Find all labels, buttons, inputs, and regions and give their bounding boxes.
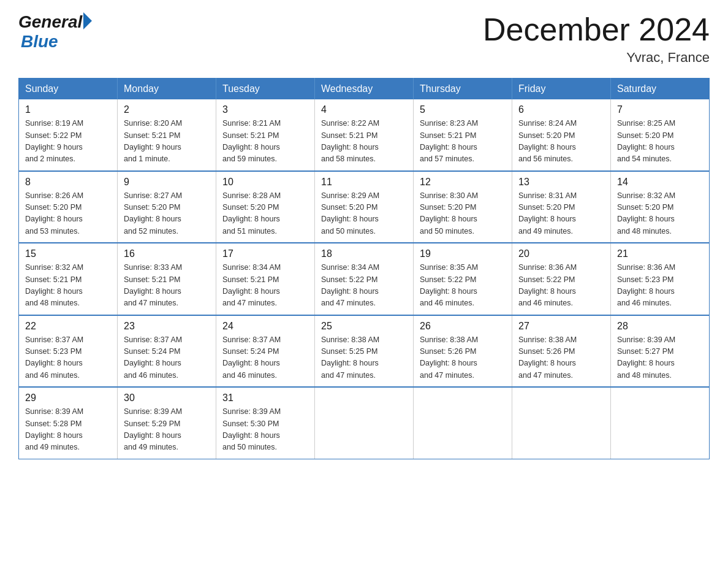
day-number: 28 [617,321,703,332]
weekday-header-thursday: Thursday [414,79,512,100]
day-number: 23 [124,321,210,332]
day-cell [315,387,414,459]
weekday-header-saturday: Saturday [611,79,710,100]
week-row-2: 8 Sunrise: 8:26 AMSunset: 5:20 PMDayligh… [19,171,710,243]
day-cell: 27 Sunrise: 8:38 AMSunset: 5:26 PMDaylig… [512,315,611,388]
day-number: 12 [420,177,506,188]
day-number: 26 [420,321,506,332]
day-number: 2 [124,104,210,115]
day-info: Sunrise: 8:32 AMSunset: 5:20 PMDaylight:… [617,190,703,238]
day-number: 8 [25,177,111,188]
week-row-1: 1 Sunrise: 8:19 AMSunset: 5:22 PMDayligh… [19,99,710,171]
day-number: 21 [617,248,703,259]
day-info: Sunrise: 8:34 AMSunset: 5:22 PMDaylight:… [321,262,407,310]
day-info: Sunrise: 8:39 AMSunset: 5:29 PMDaylight:… [124,406,210,454]
day-cell: 19 Sunrise: 8:35 AMSunset: 5:22 PMDaylig… [414,243,512,315]
day-number: 9 [124,177,210,188]
day-cell: 18 Sunrise: 8:34 AMSunset: 5:22 PMDaylig… [315,243,414,315]
day-cell: 8 Sunrise: 8:26 AMSunset: 5:20 PMDayligh… [19,171,118,243]
day-info: Sunrise: 8:23 AMSunset: 5:21 PMDaylight:… [420,118,506,166]
day-number: 27 [518,321,604,332]
weekday-header-sunday: Sunday [19,79,118,100]
day-cell: 7 Sunrise: 8:25 AMSunset: 5:20 PMDayligh… [611,99,710,171]
weekday-header-monday: Monday [118,79,216,100]
day-info: Sunrise: 8:22 AMSunset: 5:21 PMDaylight:… [321,118,407,166]
day-cell [414,387,512,459]
day-info: Sunrise: 8:36 AMSunset: 5:22 PMDaylight:… [518,262,604,310]
day-info: Sunrise: 8:39 AMSunset: 5:30 PMDaylight:… [222,406,308,454]
day-cell: 29 Sunrise: 8:39 AMSunset: 5:28 PMDaylig… [19,387,118,459]
day-info: Sunrise: 8:24 AMSunset: 5:20 PMDaylight:… [518,118,604,166]
day-info: Sunrise: 8:20 AMSunset: 5:21 PMDaylight:… [124,118,210,166]
week-row-4: 22 Sunrise: 8:37 AMSunset: 5:23 PMDaylig… [19,315,710,388]
weekday-header-friday: Friday [512,79,611,100]
day-number: 19 [420,248,506,259]
day-cell: 15 Sunrise: 8:32 AMSunset: 5:21 PMDaylig… [19,243,118,315]
day-info: Sunrise: 8:38 AMSunset: 5:25 PMDaylight:… [321,334,407,382]
calendar-table: SundayMondayTuesdayWednesdayThursdayFrid… [18,78,710,459]
day-info: Sunrise: 8:29 AMSunset: 5:20 PMDaylight:… [321,190,407,238]
calendar-title: December 2024 [483,12,710,47]
logo-line1: General [18,12,92,32]
day-number: 15 [25,248,111,259]
day-number: 17 [222,248,308,259]
day-number: 7 [617,104,703,115]
day-cell: 9 Sunrise: 8:27 AMSunset: 5:20 PMDayligh… [118,171,216,243]
day-cell: 17 Sunrise: 8:34 AMSunset: 5:21 PMDaylig… [216,243,315,315]
day-cell: 13 Sunrise: 8:31 AMSunset: 5:20 PMDaylig… [512,171,611,243]
day-info: Sunrise: 8:35 AMSunset: 5:22 PMDaylight:… [420,262,506,310]
day-number: 24 [222,321,308,332]
day-number: 30 [124,393,210,404]
day-cell: 5 Sunrise: 8:23 AMSunset: 5:21 PMDayligh… [414,99,512,171]
day-number: 11 [321,177,407,188]
day-info: Sunrise: 8:39 AMSunset: 5:28 PMDaylight:… [25,406,111,454]
day-number: 25 [321,321,407,332]
weekday-header-wednesday: Wednesday [315,79,414,100]
day-info: Sunrise: 8:39 AMSunset: 5:27 PMDaylight:… [617,334,703,382]
day-cell: 21 Sunrise: 8:36 AMSunset: 5:23 PMDaylig… [611,243,710,315]
day-info: Sunrise: 8:37 AMSunset: 5:23 PMDaylight:… [25,334,111,382]
day-info: Sunrise: 8:27 AMSunset: 5:20 PMDaylight:… [124,190,210,238]
logo-general-text: General [18,12,82,32]
day-cell [512,387,611,459]
day-number: 18 [321,248,407,259]
day-cell: 12 Sunrise: 8:30 AMSunset: 5:20 PMDaylig… [414,171,512,243]
day-info: Sunrise: 8:25 AMSunset: 5:20 PMDaylight:… [617,118,703,166]
day-info: Sunrise: 8:36 AMSunset: 5:23 PMDaylight:… [617,262,703,310]
day-info: Sunrise: 8:33 AMSunset: 5:21 PMDaylight:… [124,262,210,310]
day-number: 4 [321,104,407,115]
day-cell: 22 Sunrise: 8:37 AMSunset: 5:23 PMDaylig… [19,315,118,388]
day-number: 20 [518,248,604,259]
day-number: 5 [420,104,506,115]
day-number: 14 [617,177,703,188]
day-cell: 3 Sunrise: 8:21 AMSunset: 5:21 PMDayligh… [216,99,315,171]
day-cell: 31 Sunrise: 8:39 AMSunset: 5:30 PMDaylig… [216,387,315,459]
day-info: Sunrise: 8:37 AMSunset: 5:24 PMDaylight:… [124,334,210,382]
day-cell: 30 Sunrise: 8:39 AMSunset: 5:29 PMDaylig… [118,387,216,459]
day-cell: 25 Sunrise: 8:38 AMSunset: 5:25 PMDaylig… [315,315,414,388]
day-cell: 1 Sunrise: 8:19 AMSunset: 5:22 PMDayligh… [19,99,118,171]
day-cell: 28 Sunrise: 8:39 AMSunset: 5:27 PMDaylig… [611,315,710,388]
day-info: Sunrise: 8:38 AMSunset: 5:26 PMDaylight:… [518,334,604,382]
week-row-3: 15 Sunrise: 8:32 AMSunset: 5:21 PMDaylig… [19,243,710,315]
day-info: Sunrise: 8:32 AMSunset: 5:21 PMDaylight:… [25,262,111,310]
day-cell: 11 Sunrise: 8:29 AMSunset: 5:20 PMDaylig… [315,171,414,243]
title-section: December 2024 Yvrac, France [483,12,710,66]
day-info: Sunrise: 8:21 AMSunset: 5:21 PMDaylight:… [222,118,308,166]
day-number: 16 [124,248,210,259]
day-info: Sunrise: 8:38 AMSunset: 5:26 PMDaylight:… [420,334,506,382]
logo-arrow-icon [83,12,92,29]
day-info: Sunrise: 8:34 AMSunset: 5:21 PMDaylight:… [222,262,308,310]
day-number: 13 [518,177,604,188]
day-info: Sunrise: 8:19 AMSunset: 5:22 PMDaylight:… [25,118,111,166]
day-number: 29 [25,393,111,404]
day-cell: 16 Sunrise: 8:33 AMSunset: 5:21 PMDaylig… [118,243,216,315]
day-info: Sunrise: 8:31 AMSunset: 5:20 PMDaylight:… [518,190,604,238]
day-cell: 26 Sunrise: 8:38 AMSunset: 5:26 PMDaylig… [414,315,512,388]
day-cell: 2 Sunrise: 8:20 AMSunset: 5:21 PMDayligh… [118,99,216,171]
day-cell: 20 Sunrise: 8:36 AMSunset: 5:22 PMDaylig… [512,243,611,315]
day-cell [611,387,710,459]
calendar-subtitle: Yvrac, France [483,50,710,66]
day-cell: 23 Sunrise: 8:37 AMSunset: 5:24 PMDaylig… [118,315,216,388]
weekday-header-row: SundayMondayTuesdayWednesdayThursdayFrid… [19,79,710,100]
